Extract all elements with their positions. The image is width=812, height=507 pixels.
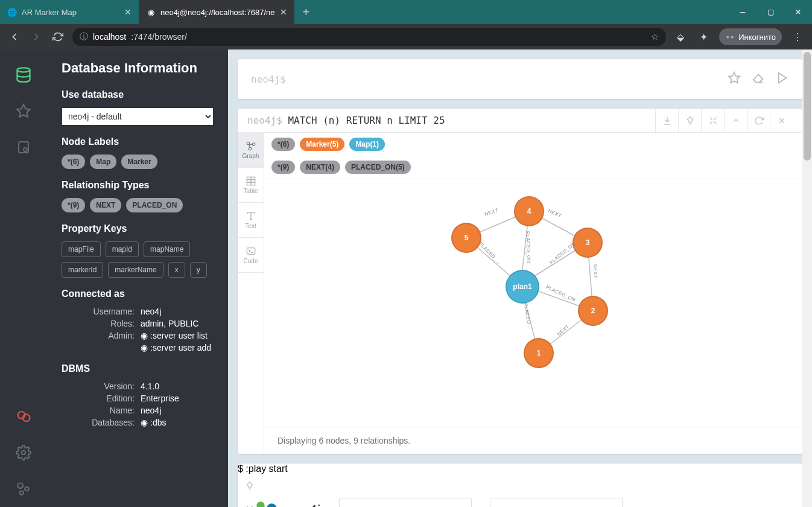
- rerun-icon[interactable]: [747, 109, 770, 132]
- graph-visualization[interactable]: plan145321NEXTNEXTNEXTNEXTPLACED_ONPLACE…: [264, 179, 802, 427]
- username-value: neo4j: [141, 307, 214, 316]
- tag-next[interactable]: NEXT(4): [300, 161, 340, 174]
- edge-label: NEXT: [592, 264, 598, 279]
- forward-button[interactable]: [29, 30, 43, 44]
- databases-value[interactable]: ◉:dbs: [141, 418, 214, 427]
- download-icon[interactable]: [655, 109, 678, 132]
- maximize-button[interactable]: ▢: [756, 0, 784, 24]
- favorites-icon[interactable]: [10, 93, 37, 129]
- erase-icon[interactable]: [752, 71, 765, 87]
- rel-type-all[interactable]: *(9): [62, 198, 85, 212]
- tag-all-nodes[interactable]: *(6): [271, 138, 295, 151]
- pin-icon[interactable]: [678, 109, 701, 132]
- site-info-icon[interactable]: ⓘ: [80, 31, 88, 42]
- cypher-editor-card: neo4j$: [238, 59, 802, 99]
- prop-key[interactable]: mapFile: [62, 241, 101, 257]
- database-select[interactable]: neo4j - default: [62, 107, 214, 126]
- learn-about-card[interactable]: Learn about Neo4j: [339, 499, 472, 507]
- browser-tab-active[interactable]: ◉ neo4j@neo4j://localhost:7687/ne ✕: [139, 0, 294, 24]
- incognito-label: Инкогнито: [738, 33, 776, 42]
- back-button[interactable]: [7, 30, 22, 44]
- graph-node[interactable]: 3: [573, 228, 603, 258]
- graph-node[interactable]: 1: [524, 338, 554, 368]
- tag-map[interactable]: Map(1): [349, 138, 385, 151]
- graph-node[interactable]: 2: [578, 296, 608, 326]
- url-input[interactable]: ⓘ localhost:7474/browser/ ☆: [72, 28, 666, 46]
- editor-prompt[interactable]: neo4j$: [251, 74, 286, 85]
- prop-key[interactable]: markerName: [108, 262, 163, 278]
- documents-icon[interactable]: [10, 129, 37, 165]
- query-result-frame: neo4j$ MATCH (n) RETURN n LIMIT 25 Graph…: [238, 109, 802, 454]
- sidebar: Database Information Use database neo4j …: [47, 49, 228, 507]
- svg-line-17: [249, 144, 253, 145]
- svg-marker-11: [779, 73, 787, 83]
- admin-cmd[interactable]: ◉:server user add: [141, 343, 214, 352]
- jump-into-code-card[interactable]: Jump into code Use Cypher, the graph que…: [490, 499, 623, 507]
- prop-key[interactable]: mapName: [144, 241, 190, 257]
- version-label: Version:: [62, 381, 135, 391]
- cloud-sync-icon[interactable]: [10, 398, 37, 435]
- graph-node[interactable]: 5: [451, 223, 481, 253]
- databases-label: Databases:: [62, 418, 135, 427]
- bookmark-star-icon[interactable]: ☆: [651, 32, 659, 42]
- menu-icon[interactable]: ⋮: [790, 30, 805, 44]
- collapse-icon[interactable]: [724, 109, 747, 132]
- roles-label: Roles:: [62, 319, 135, 328]
- rel-type-placed-on[interactable]: PLACED_ON: [126, 198, 183, 212]
- run-icon[interactable]: [776, 71, 789, 87]
- browser-tab[interactable]: 🌐 AR Marker Map ✕: [0, 0, 139, 24]
- reload-button[interactable]: [51, 30, 65, 44]
- extensions-icon[interactable]: ✦: [696, 30, 711, 44]
- view-tab-table[interactable]: Table: [238, 168, 264, 203]
- svg-marker-10: [729, 72, 740, 83]
- left-rail: [0, 49, 47, 507]
- main-stream: neo4j$ neo4j$ MATCH (n) RETURN n LIMIT 2…: [228, 49, 812, 507]
- favorite-icon[interactable]: [728, 71, 741, 87]
- fullscreen-icon[interactable]: [701, 109, 724, 132]
- scrollbar[interactable]: [802, 49, 812, 507]
- use-database-heading: Use database: [62, 89, 214, 100]
- svg-point-37: [267, 503, 277, 507]
- prop-key[interactable]: x: [168, 262, 185, 278]
- svg-point-6: [22, 451, 26, 455]
- view-tab-code[interactable]: Code: [238, 238, 264, 273]
- view-tab-text[interactable]: Text: [238, 203, 264, 238]
- extension-icon[interactable]: ⬙: [673, 30, 688, 44]
- tag-placed-on[interactable]: PLACED_ON(5): [345, 161, 411, 174]
- edition-label: Edition:: [62, 394, 135, 403]
- prop-key[interactable]: y: [190, 262, 207, 278]
- new-tab-button[interactable]: +: [294, 0, 319, 24]
- graph-node[interactable]: plan1: [506, 270, 539, 304]
- dbms-heading: DBMS: [62, 363, 214, 374]
- tab-close-icon[interactable]: ✕: [280, 7, 287, 17]
- graph-pane: *(6) Marker(5) Map(1) *(9) NEXT(4) PLACE…: [264, 133, 802, 454]
- browser-address-bar: ⓘ localhost:7474/browser/ ☆ ⬙ ✦ 👓 Инкогн…: [0, 24, 812, 49]
- view-tab-graph[interactable]: Graph: [238, 133, 264, 168]
- prop-key[interactable]: markerId: [62, 262, 103, 278]
- minimize-button[interactable]: ─: [729, 0, 756, 24]
- close-icon[interactable]: [770, 109, 793, 132]
- node-label-map[interactable]: Map: [90, 155, 116, 169]
- about-icon[interactable]: [10, 471, 37, 507]
- close-button[interactable]: ✕: [784, 0, 812, 24]
- tab-close-icon[interactable]: ✕: [124, 7, 132, 17]
- scrollbar-thumb[interactable]: [804, 52, 811, 161]
- settings-icon[interactable]: [10, 435, 37, 471]
- node-label-all[interactable]: *(6): [62, 155, 85, 169]
- node-label-marker[interactable]: Marker: [121, 155, 157, 169]
- tag-marker[interactable]: Marker(5): [300, 138, 344, 151]
- window-controls: ─ ▢ ✕: [729, 0, 812, 24]
- tab-title: AR Marker Map: [22, 8, 119, 17]
- svg-point-36: [256, 502, 264, 507]
- tag-all-rels[interactable]: *(9): [271, 161, 295, 174]
- graph-node[interactable]: 4: [514, 196, 544, 226]
- globe-icon: 🌐: [7, 7, 17, 17]
- database-icon[interactable]: [10, 57, 37, 93]
- admin-label: Admin:: [62, 331, 135, 340]
- admin-cmd[interactable]: ◉:server user list: [141, 331, 214, 340]
- incognito-badge[interactable]: 👓 Инкогнито: [719, 28, 782, 45]
- connected-as-heading: Connected as: [62, 289, 214, 299]
- play-icon: ◉: [141, 343, 148, 352]
- prop-key[interactable]: mapId: [106, 241, 139, 257]
- rel-type-next[interactable]: NEXT: [90, 198, 121, 212]
